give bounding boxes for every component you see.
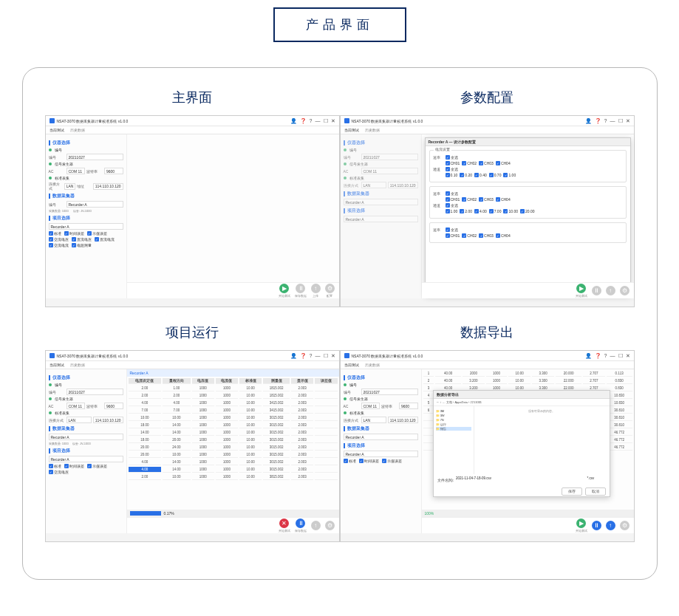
check-item[interactable]: ✓直流电压 [72, 237, 92, 242]
check-item[interactable]: ✓交流电流 [49, 243, 69, 247]
window-main: NSAT-3070 数据采集器计量校准系统 v1.0.0 👤 ❓ ? — ☐ ✕… [45, 115, 340, 307]
check-item[interactable]: ✓直流电流 [95, 237, 115, 242]
save-dialog: 数据分析导出 ← ↑ … 文档 › AppsData › 2211001 3M … [433, 390, 610, 497]
ac-input[interactable]: COM 11 [66, 168, 86, 174]
folder-tree[interactable]: 3M 3W 7N 运行 报告 [434, 406, 474, 474]
card-export: 数据导出 NSAT-3070 数据采集器计量校准系统 v1.0.0👤❓?—☐✕ … [340, 324, 635, 542]
recorder-input[interactable]: Recorder A [66, 201, 123, 208]
start-button[interactable]: ▶ [279, 284, 289, 293]
card-main-title: 主界面 [45, 89, 340, 106]
model-input[interactable]: 20211027 [66, 154, 123, 160]
minimize-icon[interactable]: — [315, 118, 321, 123]
close-icon[interactable]: ✕ [331, 118, 335, 124]
run-table: 电流设定值量程方向电压值电流值标准值测量值显示值误差值 2.001.001000… [127, 377, 339, 482]
main-canvas: ▶开始测试 ⏸保存数据 ↑上传 ⚙配置 [127, 134, 339, 298]
config-button[interactable]: ⚙ [325, 284, 335, 293]
card-run: 项目运行 NSAT-3070 数据采集器计量校准系统 v1.0.0👤❓?—☐✕ … [45, 324, 340, 542]
question-icon[interactable]: ? [310, 118, 313, 123]
stop-button[interactable]: ✕ [279, 519, 289, 528]
card-export-title: 数据导出 [340, 324, 635, 341]
titlebar: NSAT-3070 数据采集器计量校准系统 v1.0.0 👤 ❓ ? — ☐ ✕ [46, 116, 339, 126]
filetype-select[interactable]: *.csv [587, 476, 606, 484]
dialog-title: Recorder A — 设计参数配置 [426, 138, 630, 146]
filename-input[interactable]: 2021-11-04-7-18-09.csv [456, 476, 585, 484]
window-export: NSAT-3070 数据采集器计量校准系统 v1.0.0👤❓?—☐✕ 当前测试历… [340, 350, 635, 542]
help-icon[interactable]: ❓ [300, 118, 307, 124]
upload-button[interactable]: ↑ [311, 284, 321, 293]
save-dialog-title: 数据分析导出 [434, 391, 610, 399]
save-file-button[interactable]: 保存 [562, 487, 582, 496]
card-run-title: 项目运行 [45, 324, 340, 341]
page-title-box: 产品界面 [273, 7, 406, 42]
config-dialog: Recorder A — 设计参数配置 电流设置 速率✓全选 ✓CH01 ✓CH… [425, 137, 631, 295]
window-run: NSAT-3070 数据采集器计量校准系统 v1.0.0👤❓?—☐✕ 当前测试历… [45, 350, 340, 542]
check-item[interactable]: ✓标准 [49, 231, 61, 236]
rate-input[interactable]: 9600 [104, 168, 123, 174]
conn-input[interactable]: LAN [64, 183, 76, 190]
sidebar: 仪器选择 编号 编号20211027 信号发生器 ACCOM 11波特率9600… [46, 134, 127, 298]
cancel-file-button[interactable]: 取消 [585, 487, 606, 496]
screenshots-container: 主界面 NSAT-3070 数据采集器计量校准系统 v1.0.0 👤 ❓ ? —… [22, 67, 658, 580]
window-title: NSAT-3070 数据采集器计量校准系统 v1.0.0 [57, 119, 290, 123]
app-icon [50, 118, 55, 123]
active-recorder: Recorder A [127, 369, 339, 377]
maximize-icon[interactable]: ☐ [324, 118, 328, 124]
pause-button[interactable]: ⏸ [296, 519, 305, 528]
export-progress: 100% [422, 510, 634, 517]
check-item[interactable]: ✓交流电压 [49, 237, 69, 242]
project-checks: ✓标准 ✓时间误差 ✓示值误差 ✓交流电压 ✓直流电压 ✓直流电流 ✓交流电流 … [49, 231, 123, 247]
check-item[interactable]: ✓示值误差 [87, 231, 107, 236]
sec-recorder: 数据采集器 [49, 194, 123, 199]
page-title: 产品界面 [306, 18, 374, 32]
file-list-empty: 没有可显示的内容。 [474, 406, 610, 474]
card-config-title: 参数配置 [340, 89, 635, 106]
check-item[interactable]: ✓时间误差 [64, 231, 84, 236]
card-main: 主界面 NSAT-3070 数据采集器计量校准系统 v1.0.0 👤 ❓ ? —… [45, 89, 340, 307]
tab-history[interactable]: 历史数据 [70, 128, 85, 132]
config-group-3: 速率✓全选 ✓CH01 ✓CH02 ✓CH03 ✓CH04 [429, 222, 627, 243]
tab-current[interactable]: 当前测试 [50, 128, 64, 132]
config-group-1: 电流设置 速率✓全选 ✓CH01 ✓CH02 ✓CH03 ✓CH04 通道✓全选… [429, 150, 627, 182]
config-group-2: 速率✓全选 ✓CH01 ✓CH02 ✓CH03 ✓CH04 通道✓全选 ✓1.0… [429, 186, 627, 219]
status-dot [49, 148, 52, 151]
sec-project: 项目选择 [49, 216, 123, 221]
ip-input[interactable]: 114.110.10.120 [93, 183, 123, 190]
tabs: 当前测试 历史数据 [46, 126, 339, 134]
window-config: NSAT-3070 数据采集器计量校准系统 v1.0.0👤❓?—☐✕ 当前测试历… [340, 115, 635, 307]
user-icon[interactable]: 👤 [290, 118, 297, 124]
sec-instrument: 仪器选择 [49, 140, 123, 146]
progress-bar: 0.17% [127, 510, 339, 517]
breadcrumb[interactable]: ← ↑ … 文档 › AppsData › 2211001 [434, 399, 610, 406]
card-config: 参数配置 NSAT-3070 数据采集器计量校准系统 v1.0.0👤❓?—☐✕ … [340, 89, 635, 307]
save-button[interactable]: ⏸ [296, 284, 305, 293]
check-item[interactable]: ✓电阻测量 [72, 243, 92, 247]
